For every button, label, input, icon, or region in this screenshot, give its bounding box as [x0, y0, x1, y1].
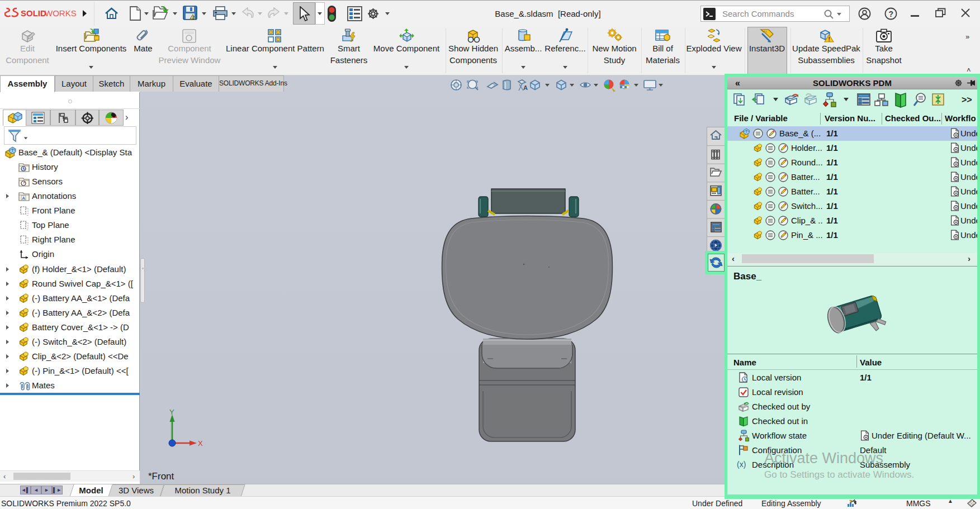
svg-text:WORKS: WORKS: [45, 8, 77, 18]
svg-text:SOLID: SOLID: [21, 8, 46, 18]
svg-text:?: ?: [889, 9, 894, 18]
svg-text:Y: Y: [169, 408, 174, 416]
svg-text:A: A: [22, 196, 25, 201]
svg-text:!: !: [192, 15, 194, 21]
svg-text:A: A: [523, 84, 528, 91]
svg-text:!: !: [828, 36, 830, 42]
svg-text:X: X: [198, 439, 203, 448]
